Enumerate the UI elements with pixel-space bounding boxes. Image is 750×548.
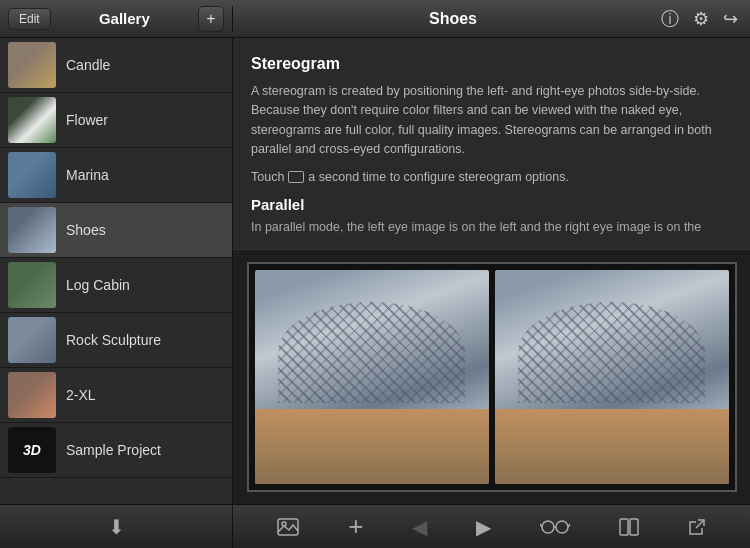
svg-point-3: [556, 521, 568, 533]
add-item-icon[interactable]: +: [348, 511, 363, 542]
sidebar-label-sampleproject: Sample Project: [66, 442, 161, 458]
sidebar-thumb-candle: [8, 42, 56, 88]
svg-line-9: [696, 520, 704, 528]
sidebar-item-marina[interactable]: Marina: [0, 148, 232, 203]
image-display: [233, 250, 750, 504]
sidebar-thumb-sampleproject: 3D: [8, 427, 56, 473]
sidebar-thumb-flower: [8, 97, 56, 143]
columns-icon[interactable]: [619, 518, 639, 536]
arrow-right-icon[interactable]: ▶: [476, 515, 491, 539]
sidebar-label-marina: Marina: [66, 167, 109, 183]
touch-icon: [288, 171, 304, 183]
shoe-image-left: [255, 270, 489, 484]
sidebar-thumb-logcabin: [8, 262, 56, 308]
bottom-right: + ◀ ▶: [233, 511, 750, 542]
info-body: A stereogram is created by positioning t…: [251, 82, 732, 160]
top-action-icons: ⓘ ⚙ ↪: [661, 7, 738, 31]
info-section: Stereogram A stereogram is created by po…: [233, 38, 750, 250]
svg-point-2: [542, 521, 554, 533]
main-content: Candle Flower Marina Shoes Log Cabin Roc…: [0, 38, 750, 504]
sidebar-label-2xl: 2-XL: [66, 387, 96, 403]
sidebar-label-flower: Flower: [66, 112, 108, 128]
sidebar-item-rocksculpture[interactable]: Rock Sculpture: [0, 313, 232, 368]
content-title: Shoes: [245, 10, 661, 28]
info-touch-line: Touch a second time to configure stereog…: [251, 168, 732, 187]
sidebar-thumb-2xl: [8, 372, 56, 418]
sidebar-item-flower[interactable]: Flower: [0, 93, 232, 148]
stereo-pair: [247, 262, 737, 492]
sidebar-thumb-marina: [8, 152, 56, 198]
gallery-title: Gallery: [51, 10, 198, 27]
sidebar: Candle Flower Marina Shoes Log Cabin Roc…: [0, 38, 233, 504]
sidebar-item-2xl[interactable]: 2-XL: [0, 368, 232, 423]
svg-line-5: [540, 524, 542, 527]
bottom-left: ⬇: [0, 505, 233, 548]
info-subtitle: Parallel: [251, 194, 732, 217]
content-header: Shoes ⓘ ⚙ ↪: [233, 7, 750, 31]
info-title: Stereogram: [251, 52, 732, 76]
sidebar-label-candle: Candle: [66, 57, 110, 73]
svg-rect-8: [630, 519, 638, 535]
content-panel: Stereogram A stereogram is created by po…: [233, 38, 750, 504]
gallery-header: Edit Gallery +: [0, 6, 233, 32]
arrow-left-icon[interactable]: ◀: [412, 515, 427, 539]
sidebar-thumb-rocksculpture: [8, 317, 56, 363]
download-icon[interactable]: ⬇: [108, 515, 125, 539]
edit-button[interactable]: Edit: [8, 8, 51, 30]
svg-rect-7: [620, 519, 628, 535]
sidebar-item-candle[interactable]: Candle: [0, 38, 232, 93]
export-corner-icon[interactable]: [688, 518, 706, 536]
image-icon[interactable]: [277, 518, 299, 536]
sidebar-label-rocksculpture: Rock Sculpture: [66, 332, 161, 348]
share-icon[interactable]: ↪: [723, 8, 738, 30]
info-icon[interactable]: ⓘ: [661, 7, 679, 31]
sidebar-thumb-shoes: [8, 207, 56, 253]
sidebar-label-shoes: Shoes: [66, 222, 106, 238]
touch-action: a second time to configure stereogram op…: [308, 168, 569, 187]
top-bar: Edit Gallery + Shoes ⓘ ⚙ ↪: [0, 0, 750, 38]
info-fade-text: In parallel mode, the left eye image is …: [251, 219, 732, 239]
sidebar-item-logcabin[interactable]: Log Cabin: [0, 258, 232, 313]
bottom-bar: ⬇ + ◀ ▶: [0, 504, 750, 548]
gear-icon[interactable]: ⚙: [693, 8, 709, 30]
sidebar-item-sampleproject[interactable]: 3D Sample Project: [0, 423, 232, 478]
shoe-image-right: [495, 270, 729, 484]
add-button[interactable]: +: [198, 6, 224, 32]
touch-label: Touch: [251, 168, 284, 187]
glasses-icon[interactable]: [540, 519, 570, 535]
sidebar-label-logcabin: Log Cabin: [66, 277, 130, 293]
sidebar-item-shoes[interactable]: Shoes: [0, 203, 232, 258]
svg-line-6: [568, 524, 570, 527]
